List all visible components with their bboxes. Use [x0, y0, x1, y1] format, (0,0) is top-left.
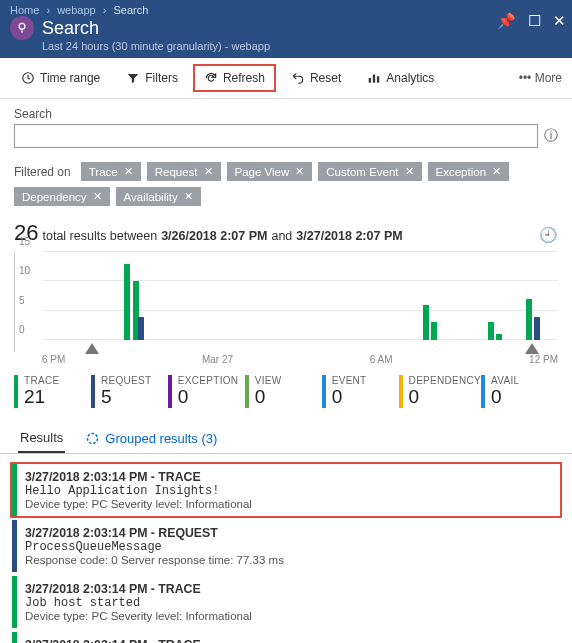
breadcrumb-current: Search [113, 4, 148, 16]
stat-avail[interactable]: AVAIL0 [481, 375, 558, 408]
more-button[interactable]: ••• More [519, 71, 562, 85]
breadcrumb: Home › webapp › Search [0, 0, 572, 16]
breadcrumb-app[interactable]: webapp [57, 4, 96, 16]
chart-bar[interactable] [431, 322, 437, 340]
chart-bar[interactable] [138, 317, 144, 340]
result-item[interactable]: 3/27/2018 2:03:14 PM - TRACEJob host sta… [12, 576, 560, 628]
chart-bar[interactable] [534, 317, 540, 340]
stat-view[interactable]: VIEW0 [245, 375, 322, 408]
filtered-on-label: Filtered on [14, 165, 71, 179]
app-icon [10, 16, 34, 40]
chip-remove-icon[interactable]: ✕ [405, 165, 414, 178]
chart-xaxis: 6 PMMar 276 AM12 PM [42, 352, 558, 365]
filter-chip[interactable]: Trace✕ [81, 162, 141, 181]
chart-bar[interactable] [488, 322, 494, 340]
chip-remove-icon[interactable]: ✕ [492, 165, 501, 178]
filter-icon [126, 71, 140, 85]
filter-chip[interactable]: Availability✕ [116, 187, 201, 206]
refresh-icon [204, 71, 218, 85]
filter-chips: Filtered on Trace✕Request✕Page View✕Cust… [0, 156, 572, 212]
info-icon[interactable]: ⓘ [544, 127, 558, 145]
refresh-button[interactable]: Refresh [193, 64, 276, 92]
page-subtitle: Last 24 hours (30 minute granularity) - … [32, 40, 572, 52]
filters-button[interactable]: Filters [115, 64, 189, 92]
svg-point-5 [88, 434, 98, 444]
filter-chip[interactable]: Custom Event✕ [318, 162, 421, 181]
chip-remove-icon[interactable]: ✕ [295, 165, 304, 178]
filter-chip[interactable]: Page View✕ [227, 162, 313, 181]
stat-trace[interactable]: TRACE21 [14, 375, 91, 408]
reset-button[interactable]: Reset [280, 64, 352, 92]
svg-rect-3 [373, 75, 375, 83]
chip-remove-icon[interactable]: ✕ [124, 165, 133, 178]
breadcrumb-home[interactable]: Home [10, 4, 39, 16]
chart-bar[interactable] [124, 264, 130, 340]
chart-marker[interactable] [85, 343, 99, 354]
maximize-icon[interactable]: ☐ [528, 12, 541, 30]
result-item[interactable]: 3/27/2018 2:03:14 PM - TRACE [12, 632, 560, 643]
svg-rect-2 [369, 78, 371, 83]
chip-remove-icon[interactable]: ✕ [204, 165, 213, 178]
analytics-button[interactable]: Analytics [356, 64, 445, 92]
chart-marker[interactable] [525, 343, 539, 354]
filter-chip[interactable]: Exception✕ [428, 162, 510, 181]
clock-icon [21, 71, 35, 85]
chip-remove-icon[interactable]: ✕ [184, 190, 193, 203]
pin-icon[interactable]: 📌 [497, 12, 516, 30]
history-icon[interactable]: 🕘 [539, 226, 558, 244]
chart-bar[interactable] [496, 334, 502, 340]
range-from: 3/26/2018 2:07 PM [161, 229, 267, 243]
svg-rect-4 [377, 76, 379, 82]
page-title: Search [42, 18, 99, 39]
analytics-icon [367, 71, 381, 85]
result-list: 3/27/2018 2:03:14 PM - TRACEHello Applic… [0, 454, 572, 643]
filter-chip[interactable]: Request✕ [147, 162, 221, 181]
timeline-chart[interactable]: 051015 [14, 252, 558, 352]
close-icon[interactable]: ✕ [553, 12, 566, 30]
search-label: Search [14, 107, 558, 121]
range-to: 3/27/2018 2:07 PM [296, 229, 402, 243]
result-item[interactable]: 3/27/2018 2:03:14 PM - REQUESTProcessQue… [12, 520, 560, 572]
filter-chip[interactable]: Dependency✕ [14, 187, 110, 206]
search-input[interactable] [14, 124, 538, 148]
result-item[interactable]: 3/27/2018 2:03:14 PM - TRACEHello Applic… [12, 464, 560, 516]
stat-event[interactable]: EVENT0 [322, 375, 399, 408]
undo-icon [291, 71, 305, 85]
header-bar: Home › webapp › Search Search Last 24 ho… [0, 0, 572, 58]
stat-request[interactable]: REQUEST5 [91, 375, 168, 408]
stats-row: TRACE21REQUEST5EXCEPTION0VIEW0EVENT0DEPE… [0, 365, 572, 418]
tab-grouped[interactable]: Grouped results (3) [83, 425, 219, 452]
chart-bar[interactable] [423, 305, 429, 340]
stat-exception[interactable]: EXCEPTION0 [168, 375, 245, 408]
chart-bar[interactable] [526, 299, 532, 340]
stat-dependency[interactable]: DEPENDENCY0 [399, 375, 481, 408]
group-icon [85, 431, 100, 446]
time-range-button[interactable]: Time range [10, 64, 111, 92]
svg-point-0 [19, 23, 25, 29]
tab-results[interactable]: Results [18, 424, 65, 453]
chip-remove-icon[interactable]: ✕ [93, 190, 102, 203]
toolbar: Time range Filters Refresh Reset Analyti… [0, 58, 572, 99]
